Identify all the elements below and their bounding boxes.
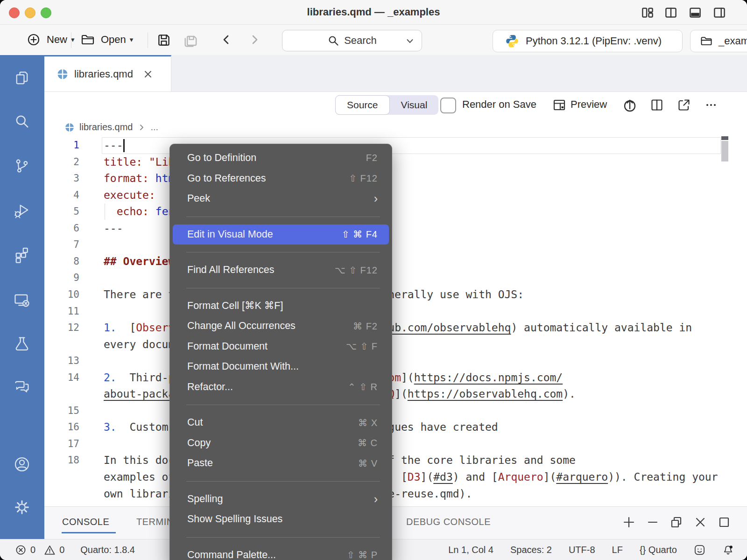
- editor-line-wrap[interactable]: own libraries is covered in [Code Reuse]…: [44, 486, 747, 503]
- editor-line-11[interactable]: 11: [44, 303, 747, 320]
- breadcrumb-file[interactable]: libraries.qmd: [79, 122, 133, 133]
- open-button[interactable]: Open ▾: [80, 29, 133, 50]
- toggle-panel-icon[interactable]: [688, 6, 702, 20]
- sessions-icon[interactable]: [13, 291, 31, 309]
- line-number: 12: [47, 320, 79, 336]
- language-indicator[interactable]: {} Quarto: [640, 545, 677, 555]
- menu-item-go-to-definition[interactable]: Go to DefinitionF2: [173, 148, 389, 168]
- menu-item-cut[interactable]: Cut⌘ X: [173, 413, 389, 433]
- line-number: 7: [47, 237, 79, 253]
- menu-item-show-spelling-issues[interactable]: Show Spelling Issues: [173, 509, 389, 530]
- settings-gear-icon[interactable]: [13, 498, 31, 516]
- code-editor[interactable]: 1---2title: "Libraries"3format: html4exe…: [44, 136, 747, 507]
- preview-label: Preview: [571, 98, 607, 111]
- save-all-icon[interactable]: [182, 32, 200, 48]
- run-debug-icon[interactable]: [13, 202, 31, 219]
- warning-count[interactable]: 0: [59, 545, 64, 555]
- eol-indicator[interactable]: LF: [612, 545, 623, 555]
- toggle-secondary-sidebar-icon[interactable]: [712, 6, 726, 20]
- editor-line-wrap[interactable]: about-packages-and-modules) and [Observa…: [44, 386, 747, 403]
- warning-icon[interactable]: [44, 544, 56, 556]
- editor-line-9[interactable]: 9: [44, 270, 747, 287]
- close-panel-icon[interactable]: [693, 515, 708, 530]
- editor-line-8[interactable]: 8## Overview: [44, 253, 747, 270]
- menu-item-find-all-references[interactable]: Find All References⌥ ⇧ F12: [173, 260, 389, 280]
- editor-line-1[interactable]: 1---: [44, 137, 747, 154]
- editor-line-14[interactable]: 142. Third-party JavaScript libraries fr…: [44, 370, 747, 386]
- breadcrumb-more[interactable]: ...: [150, 122, 158, 133]
- visual-mode-button[interactable]: Visual: [390, 95, 439, 115]
- indentation-indicator[interactable]: Spaces: 2: [510, 545, 552, 555]
- source-mode-button[interactable]: Source: [335, 95, 390, 115]
- editor-line-15[interactable]: 15: [44, 403, 747, 420]
- testing-icon[interactable]: [13, 335, 31, 353]
- explorer-icon[interactable]: [13, 69, 31, 87]
- menu-item-format-document-with[interactable]: Format Document With...: [173, 357, 389, 377]
- search-icon[interactable]: [13, 113, 31, 131]
- new-button[interactable]: New ▾: [26, 29, 75, 50]
- menu-item-change-all-occurrences[interactable]: Change All Occurrences⌘ F2: [173, 316, 389, 336]
- editor-line-6[interactable]: 6---: [44, 220, 747, 237]
- error-count[interactable]: 0: [30, 545, 35, 555]
- line-col-indicator[interactable]: Ln 1, Col 4: [448, 545, 493, 555]
- editor-line-16[interactable]: 163. Custom libraries that you or your c…: [44, 419, 747, 436]
- editor-line-18[interactable]: 18In this document we'll provide an over…: [44, 452, 747, 469]
- split-editor-icon[interactable]: [650, 98, 664, 112]
- open-external-icon[interactable]: [677, 98, 691, 112]
- editor-line-3[interactable]: 3format: html: [44, 170, 747, 187]
- close-icon[interactable]: [143, 70, 153, 79]
- tab-libraries-qmd[interactable]: libraries.qmd: [44, 55, 171, 91]
- menu-item-copy[interactable]: Copy⌘ C: [173, 433, 389, 454]
- restore-panel-icon[interactable]: [669, 515, 684, 530]
- menu-item-spelling[interactable]: Spelling›: [173, 489, 389, 510]
- quarto-version[interactable]: Quarto: 1.8.4: [80, 545, 135, 555]
- menu-item-go-to-references[interactable]: Go to References⇧ F12: [173, 168, 389, 189]
- menu-item-format-document[interactable]: Format Document⌥ ⇧ F: [173, 336, 389, 357]
- preview-icon[interactable]: [552, 98, 566, 112]
- panel-tab-console[interactable]: CONSOLE: [62, 517, 109, 527]
- editor-line-10[interactable]: 10There are three types of libraries you…: [44, 287, 747, 303]
- maximize-panel-icon[interactable]: [717, 515, 732, 530]
- search-input[interactable]: Search: [282, 30, 422, 51]
- menu-item-edit-in-visual-mode[interactable]: Edit in Visual Mode⇧ ⌘ F4: [173, 224, 389, 245]
- notification-bell-icon[interactable]: [722, 544, 734, 556]
- account-icon[interactable]: [13, 455, 31, 473]
- menu-item-paste[interactable]: Paste⌘ V: [173, 453, 389, 474]
- menu-item-format-cell-k-f[interactable]: Format Cell [⌘K ⌘F]: [173, 296, 389, 316]
- editor-line-12[interactable]: 121. [Observable core libraries](https:/…: [44, 320, 747, 336]
- workspace-selector[interactable]: _examples: [690, 30, 747, 52]
- save-icon[interactable]: [156, 32, 172, 48]
- editor-line-wrap[interactable]: every document.: [44, 336, 747, 353]
- render-icon[interactable]: [622, 97, 638, 113]
- extensions-icon[interactable]: [13, 246, 31, 264]
- split-editor-layout-icon[interactable]: [664, 6, 678, 20]
- source-control-icon[interactable]: [13, 157, 31, 175]
- forward-icon[interactable]: [247, 33, 261, 47]
- panel-tab-debug-console[interactable]: DEBUG CONSOLE: [406, 517, 491, 527]
- editor-line-7[interactable]: 7: [44, 237, 747, 253]
- scrollbar-thumb[interactable]: [721, 141, 728, 161]
- editor-line-wrap[interactable]: examples of using third-party libraries …: [44, 469, 747, 486]
- menu-item-refactor[interactable]: Refactor...⌃ ⇧ R: [173, 377, 389, 398]
- open-folder-icon: [80, 32, 95, 47]
- editor-line-4[interactable]: 4execute:: [44, 187, 747, 204]
- add-icon[interactable]: [621, 515, 636, 530]
- editor-line-2[interactable]: 2title: "Libraries": [44, 154, 747, 171]
- feedback-smiley-icon[interactable]: [694, 544, 705, 556]
- more-actions-icon[interactable]: [704, 98, 718, 112]
- menu-item-command-palette[interactable]: Command Palette...⇧ ⌘ P: [173, 545, 389, 560]
- comments-icon[interactable]: [13, 378, 31, 396]
- encoding-indicator[interactable]: UTF-8: [569, 545, 595, 555]
- editor-line-13[interactable]: 13: [44, 353, 747, 370]
- render-on-save-checkbox[interactable]: [440, 98, 456, 113]
- editor-line-17[interactable]: 17: [44, 436, 747, 453]
- back-icon[interactable]: [219, 33, 233, 47]
- interpreter-selector[interactable]: Python 3.12.1 (PipEnv: .venv): [493, 30, 683, 52]
- new-circle-plus-icon: [26, 32, 41, 47]
- python-logo-icon: [505, 34, 519, 48]
- error-icon[interactable]: [15, 544, 27, 556]
- menu-item-peek[interactable]: Peek›: [173, 189, 389, 209]
- minimize-icon[interactable]: [645, 515, 660, 530]
- editor-line-5[interactable]: 5 echo: fenced: [44, 203, 747, 220]
- customize-layout-icon[interactable]: [641, 6, 655, 20]
